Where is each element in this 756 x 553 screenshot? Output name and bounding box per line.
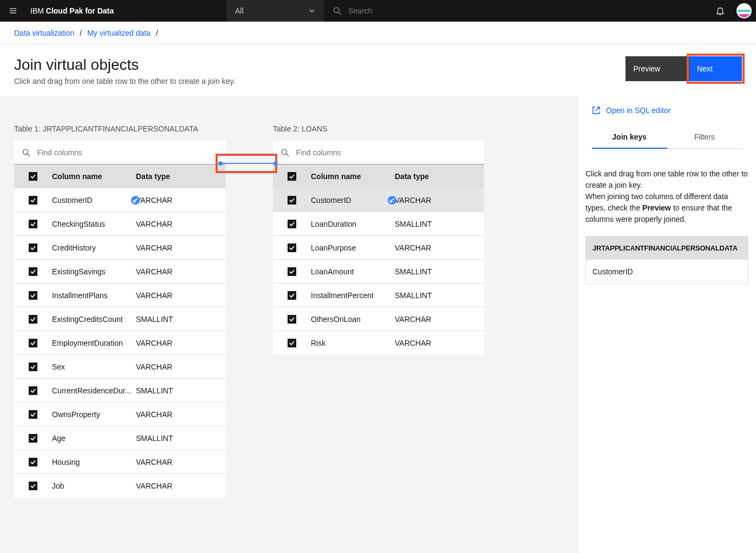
row-checkbox[interactable] (29, 458, 37, 466)
row-checkbox[interactable] (288, 196, 296, 205)
table-row[interactable]: ExistingSavingsVARCHAR (14, 260, 225, 284)
row-checkbox[interactable] (29, 363, 37, 371)
row-checkbox[interactable] (29, 434, 37, 443)
table2-find-input[interactable] (296, 148, 477, 157)
help-text: Click and drag from one table row to the… (585, 168, 748, 225)
join-key-table: JRTAPPLICANTFINANCIALPERSONALDATA (586, 236, 748, 260)
dropdown-label: All (235, 6, 244, 15)
table-row[interactable]: SexVARCHAR (14, 355, 225, 379)
breadcrumb-sep: / (156, 29, 158, 37)
table-row[interactable]: OwnsPropertyVARCHAR (14, 403, 225, 426)
row-checkbox[interactable] (29, 220, 37, 228)
table-row[interactable]: LoanAmountSMALLINT (273, 260, 484, 284)
column-type: SMALLINT (395, 267, 484, 276)
table1-select-all[interactable] (29, 172, 37, 181)
table-row[interactable]: RiskVARCHAR (273, 331, 484, 355)
column-name: Job (52, 482, 136, 490)
col-header-name: Column name (311, 172, 395, 181)
row-checkbox[interactable] (29, 291, 37, 300)
row-checkbox[interactable] (29, 243, 37, 252)
table1-find (14, 141, 225, 164)
column-name: InstallmentPercent (311, 291, 395, 300)
table2-label: Table 2: LOANS (273, 124, 484, 133)
table-row[interactable]: CheckingStatusVARCHAR (14, 212, 225, 236)
sidebar: Open in SQL editor Join keys Filters Cli… (577, 96, 756, 553)
row-checkbox[interactable] (288, 291, 296, 300)
table-row[interactable]: LoanDurationSMALLINT (273, 212, 484, 236)
svg-point-13 (390, 200, 392, 202)
row-checkbox[interactable] (29, 482, 37, 490)
row-checkbox[interactable] (29, 410, 37, 419)
table-row[interactable]: HousingVARCHAR (14, 450, 225, 474)
column-type: VARCHAR (395, 196, 484, 205)
table-row[interactable]: AgeSMALLINT (14, 426, 225, 450)
row-checkbox[interactable] (288, 267, 296, 276)
header-right (708, 0, 756, 22)
preview-button[interactable]: Preview (625, 56, 689, 81)
chevron-down-icon (309, 8, 315, 14)
table2-select-all[interactable] (288, 172, 296, 181)
search-input[interactable] (348, 6, 700, 15)
col-header-type: Data type (136, 172, 225, 181)
column-type: VARCHAR (136, 220, 225, 228)
breadcrumb: Data virtualization / My virtualized dat… (0, 22, 756, 44)
table-row[interactable]: CustomerIDVARCHAR (14, 188, 225, 212)
breadcrumb-link-1[interactable]: My virtualized data (87, 29, 151, 37)
table-row[interactable]: OthersOnLoanVARCHAR (273, 307, 484, 331)
row-checkbox[interactable] (29, 196, 37, 205)
col-header-name: Column name (52, 172, 136, 181)
join-key-icon (388, 196, 396, 205)
tab-join-keys[interactable]: Join keys (592, 126, 667, 149)
row-checkbox[interactable] (288, 315, 296, 324)
table-row[interactable]: CustomerIDVARCHAR (273, 188, 484, 212)
row-checkbox[interactable] (29, 386, 37, 395)
table1-header: Column name Data type (14, 164, 225, 188)
brand-name: Cloud Pak for Data (46, 6, 114, 15)
column-name: OthersOnLoan (311, 315, 395, 324)
column-type: SMALLINT (395, 220, 484, 228)
table1-label: Table 1: JRTAPPLICANTFINANCIALPERSONALDA… (14, 124, 225, 133)
column-name: EmploymentDuration (52, 339, 136, 347)
row-checkbox[interactable] (288, 243, 296, 252)
table2-block: Table 2: LOANS Column name Data type Cus… (273, 124, 484, 541)
page-title: Join virtual objects (14, 56, 625, 74)
breadcrumb-link-0[interactable]: Data virtualization (14, 29, 74, 37)
column-type: VARCHAR (395, 339, 484, 347)
table-row[interactable]: ExistingCreditsCountSMALLINT (14, 307, 225, 331)
table-row[interactable]: JobVARCHAR (14, 474, 225, 498)
column-type: VARCHAR (136, 196, 225, 205)
avatar[interactable] (737, 3, 752, 18)
table-row[interactable]: EmploymentDurationVARCHAR (14, 331, 225, 355)
menu-icon[interactable] (0, 6, 26, 15)
join-key-column: CustomerID (586, 260, 748, 284)
open-sql-link[interactable]: Open in SQL editor (592, 106, 670, 115)
row-checkbox[interactable] (288, 220, 296, 228)
row-checkbox[interactable] (29, 315, 37, 324)
table-row[interactable]: CurrentResidenceDur...SMALLINT (14, 379, 225, 403)
svg-line-7 (28, 154, 30, 156)
tables-area: Table 1: JRTAPPLICANTFINANCIALPERSONALDA… (0, 96, 577, 553)
notifications-icon[interactable] (708, 0, 732, 22)
app-header: IBM Cloud Pak for Data All (0, 0, 756, 22)
open-sql-label: Open in SQL editor (606, 106, 670, 115)
column-type: SMALLINT (136, 434, 225, 443)
row-checkbox[interactable] (288, 339, 296, 347)
table-row[interactable]: InstallmentPlansVARCHAR (14, 284, 225, 307)
svg-point-11 (282, 149, 286, 154)
column-name: LoanPurpose (311, 243, 395, 252)
next-button[interactable]: Next (689, 56, 742, 81)
col-header-type: Data type (395, 172, 484, 181)
table-row[interactable]: InstallmentPercentSMALLINT (273, 284, 484, 307)
table-row[interactable]: LoanPurposeVARCHAR (273, 236, 484, 260)
category-dropdown[interactable]: All (226, 0, 324, 22)
table1-find-input[interactable] (37, 148, 218, 157)
column-type: VARCHAR (136, 267, 225, 276)
column-type: VARCHAR (395, 243, 484, 252)
row-checkbox[interactable] (29, 339, 37, 347)
svg-point-6 (23, 149, 28, 154)
column-type: VARCHAR (395, 315, 484, 324)
row-checkbox[interactable] (29, 267, 37, 276)
table-row[interactable]: CreditHistoryVARCHAR (14, 236, 225, 260)
tab-filters[interactable]: Filters (667, 126, 742, 149)
join-key-icon (131, 196, 140, 205)
